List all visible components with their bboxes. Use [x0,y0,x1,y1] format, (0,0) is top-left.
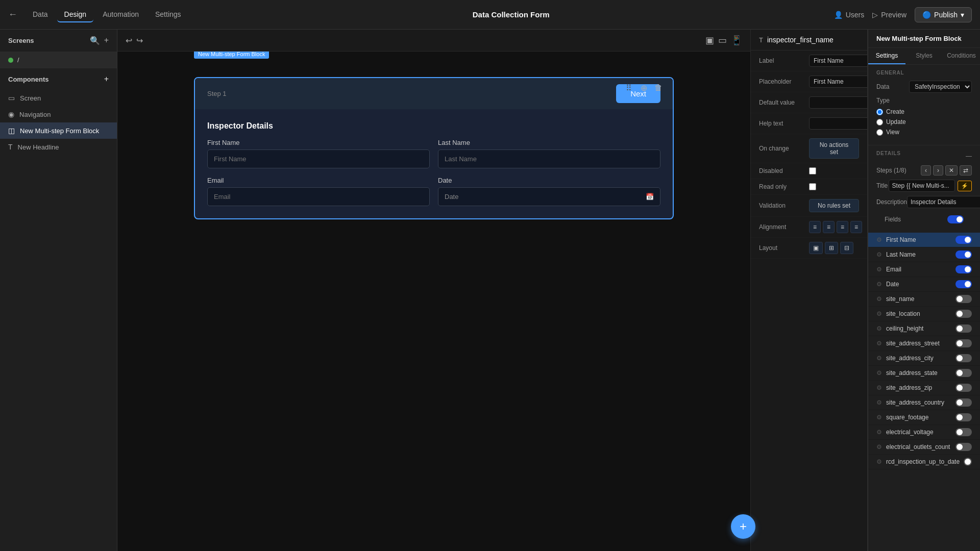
align-center-button[interactable]: ≡ [823,221,835,233]
search-icon[interactable]: 🔍 [90,36,100,45]
rp-type-create[interactable]: Create [876,108,972,115]
field-gear-icon[interactable]: ⚙ [876,429,882,436]
fi-label-input[interactable] [809,55,868,67]
field-gear-icon[interactable]: ⚙ [876,355,882,362]
field-item[interactable]: ⚙ square_footage [868,410,980,425]
field-item[interactable]: ⚙ First Name [868,233,980,247]
rp-tab-styles[interactable]: Styles [905,48,943,64]
fi-helptext-input[interactable] [809,117,868,130]
step-share-button[interactable]: ⇄ [960,165,972,176]
field-item[interactable]: ⚙ site_address_state [868,366,980,381]
field-item[interactable]: ⚙ ceiling_height [868,321,980,336]
field-toggle-3[interactable] [955,280,972,288]
rp-tab-conditions[interactable]: Conditions [943,48,980,64]
field-item[interactable]: ⚙ Last Name [868,247,980,262]
align-justify-button[interactable]: ≡ [850,221,862,233]
field-gear-icon[interactable]: ⚙ [876,310,882,317]
date-input[interactable]: Date 📅 [438,187,660,206]
field-toggle-14[interactable] [955,443,972,451]
field-gear-icon[interactable]: ⚙ [876,340,882,347]
validation-button[interactable]: No rules set [809,199,859,212]
component-form-block[interactable]: ◫ New Multi-step Form Block [0,122,117,139]
field-toggle-1[interactable] [955,251,972,259]
field-gear-icon[interactable]: ⚙ [876,443,882,450]
field-item[interactable]: ⚙ site_address_country [868,395,980,410]
step-close-button[interactable]: ✕ [945,165,958,176]
rp-data-select[interactable]: SafetyInspection [909,81,972,93]
field-gear-icon[interactable]: ⚙ [876,251,882,258]
component-screen[interactable]: ▭ Screen [0,90,117,106]
field-toggle-11[interactable] [955,398,972,407]
field-item[interactable]: ⚙ electrical_outlets_count [868,440,980,455]
tablet-view-icon[interactable]: ▭ [718,35,727,46]
field-toggle-9[interactable] [955,369,972,377]
tab-design[interactable]: Design [57,7,94,22]
field-gear-icon[interactable]: ⚙ [876,266,882,273]
add-screen-icon[interactable]: + [104,36,109,45]
field-gear-icon[interactable]: ⚙ [876,295,882,303]
form-preview[interactable]: ⊕ 🗑 ⠿ Step 1 Next Inspector Details Fi [194,77,674,219]
field-gear-icon[interactable]: ⚙ [876,325,882,332]
rp-desc-input[interactable] [907,196,980,208]
field-gear-icon[interactable]: ⚙ [876,414,882,421]
field-item[interactable]: ⚙ Email [868,262,980,277]
users-button[interactable]: 👤 Users [834,11,865,19]
field-toggle-5[interactable] [955,310,972,318]
rp-title-input[interactable] [889,180,955,192]
tab-automation[interactable]: Automation [95,7,146,22]
canvas-area[interactable]: New Multi-step Form Block ⊕ 🗑 ⠿ Step 1 N… [117,52,750,551]
mobile-view-icon[interactable]: 📱 [731,35,742,46]
field-gear-icon[interactable]: ⚙ [876,399,882,406]
email-input[interactable] [207,187,430,206]
field-item[interactable]: ⚙ rcd_inspection_up_to_date [868,455,980,469]
field-toggle-7[interactable] [955,339,972,347]
add-fab-button[interactable]: + [731,514,755,539]
screen-item[interactable]: / [0,52,117,68]
back-button[interactable]: ← [8,9,17,20]
field-gear-icon[interactable]: ⚙ [876,236,882,243]
form-copy-icon[interactable]: ⊕ [641,83,647,93]
first-name-input[interactable] [207,149,430,168]
component-navigation[interactable]: ◉ Navigation [0,106,117,122]
fields-toggle[interactable] [947,215,964,223]
fi-default-input[interactable] [809,96,868,109]
align-left-button[interactable]: ≡ [809,221,821,233]
form-delete-icon[interactable]: 🗑 [654,83,663,92]
field-item[interactable]: ⚙ site_address_street [868,336,980,351]
fi-placeholder-input[interactable] [809,76,868,88]
field-item[interactable]: ⚙ site_address_city [868,351,980,366]
field-item[interactable]: ⚙ Date [868,277,980,292]
step-prev-button[interactable]: ‹ [921,165,931,176]
field-toggle-15[interactable] [964,458,972,466]
align-right-button[interactable]: ≡ [837,221,848,233]
redo-button[interactable]: ↪ [136,36,143,45]
rp-tab-settings[interactable]: Settings [868,48,905,64]
field-toggle-6[interactable] [955,324,972,333]
field-toggle-12[interactable] [955,413,972,421]
field-gear-icon[interactable]: ⚙ [876,369,882,377]
next-button[interactable]: Next [616,84,660,103]
field-toggle-4[interactable] [955,295,972,303]
field-item[interactable]: ⚙ site_name [868,292,980,307]
layout-3col-button[interactable]: ⊟ [840,242,853,254]
field-item[interactable]: ⚙ electrical_voltage [868,425,980,440]
field-gear-icon[interactable]: ⚙ [876,458,882,465]
field-gear-icon[interactable]: ⚙ [876,281,882,288]
field-gear-icon[interactable]: ⚙ [876,384,882,391]
desktop-view-icon[interactable]: ▣ [705,35,714,46]
layout-1col-button[interactable]: ▣ [809,242,823,254]
step-next-button[interactable]: › [933,165,943,176]
tab-settings[interactable]: Settings [148,7,188,22]
publish-button[interactable]: 🔵 Publish ▾ [915,7,972,22]
component-headline[interactable]: T New Headline [0,139,117,155]
add-component-icon[interactable]: + [104,74,109,84]
field-toggle-0[interactable] [955,236,972,244]
field-item[interactable]: ⚙ site_location [868,307,980,321]
rp-details-collapse-icon[interactable]: — [966,153,972,160]
field-toggle-8[interactable] [955,354,972,362]
layout-2col-button[interactable]: ⊞ [825,242,838,254]
rp-title-lightning-icon[interactable]: ⚡ [958,181,972,191]
field-item[interactable]: ⚙ site_address_zip [868,381,980,395]
tab-data[interactable]: Data [26,7,55,22]
last-name-input[interactable] [438,149,660,168]
